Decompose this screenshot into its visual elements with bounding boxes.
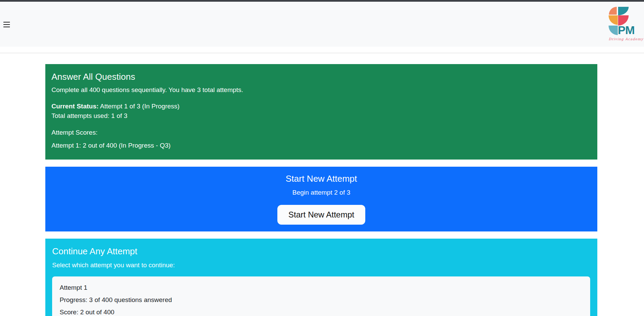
answer-all-description: Complete all 400 questions sequentially.…	[51, 85, 589, 95]
hamburger-menu-icon[interactable]	[3, 21, 10, 28]
logo-yellow-quarter-shape	[609, 15, 618, 25]
current-status-line: Current Status: Attempt 1 of 3 (In Progr…	[51, 102, 589, 111]
logo-tagline: Driving Academy	[609, 37, 640, 41]
logo-text: PM	[618, 24, 640, 36]
logo-teal-quarter-shape	[618, 7, 629, 15]
logo-lightblue-quarter-shape	[609, 26, 618, 35]
start-new-attempt-button[interactable]: Start New Attempt	[277, 205, 365, 225]
attempt-name: Attempt 1	[60, 283, 583, 292]
continue-subtitle: Select which attempt you want to continu…	[52, 260, 590, 270]
start-new-subtitle: Begin attempt 2 of 3	[45, 188, 597, 197]
attempt-score: Score: 2 out of 400	[60, 307, 583, 316]
continue-any-attempt-card: Continue Any Attempt Select which attemp…	[45, 239, 597, 316]
start-new-attempt-card: Start New Attempt Begin attempt 2 of 3 S…	[45, 167, 597, 231]
attempt-progress: Progress: 3 of 400 questions answered	[60, 295, 583, 305]
answer-all-title: Answer All Questions	[51, 71, 589, 82]
attempt-1-list-item[interactable]: Attempt 1 Progress: 3 of 400 questions a…	[52, 276, 590, 316]
logo-orange-quarter-shape	[609, 7, 617, 15]
attempt-scores-label: Attempt Scores:	[51, 128, 589, 137]
answer-all-questions-card: Answer All Questions Complete all 400 qu…	[45, 64, 597, 160]
total-attempts-line: Total attempts used: 1 of 3	[51, 111, 589, 121]
continue-title: Continue Any Attempt	[52, 245, 590, 257]
app-header: PM Driving Academy	[0, 2, 644, 47]
current-status-label: Current Status:	[51, 103, 98, 110]
header-divider	[0, 53, 644, 53]
attempt-score-line: Attempt 1: 2 out of 400 (In Progress - Q…	[51, 141, 589, 150]
start-new-title: Start New Attempt	[45, 173, 597, 184]
current-status-value: Attempt 1 of 3 (In Progress)	[98, 103, 180, 110]
pm-driving-academy-logo[interactable]: PM Driving Academy	[609, 6, 640, 42]
